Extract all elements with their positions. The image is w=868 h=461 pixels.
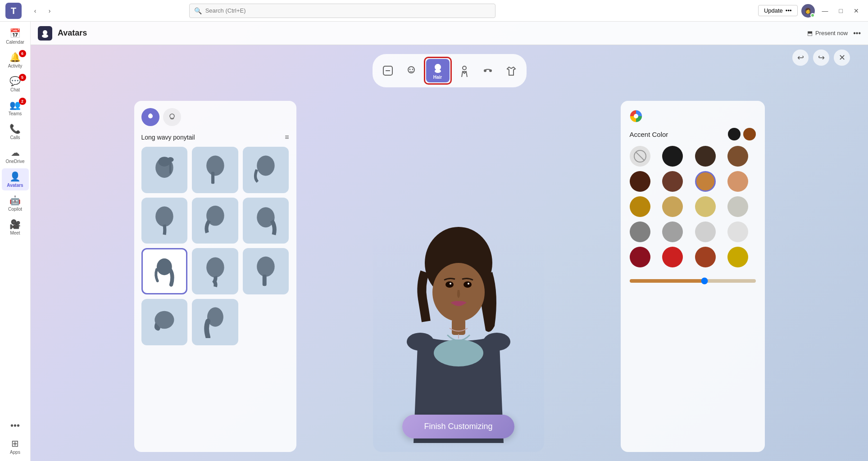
color-light-caramel[interactable] bbox=[727, 171, 748, 192]
svg-rect-29 bbox=[263, 275, 267, 286]
update-button[interactable]: Update ••• bbox=[758, 5, 798, 16]
svg-point-10 bbox=[435, 69, 441, 73]
tab-accessories[interactable] bbox=[477, 60, 499, 81]
svg-line-46 bbox=[636, 152, 644, 160]
color-dark-red[interactable] bbox=[630, 247, 650, 267]
tab-body[interactable] bbox=[454, 60, 475, 81]
svg-point-8 bbox=[412, 69, 413, 70]
color-copper[interactable] bbox=[695, 247, 716, 267]
sidebar-item-apps[interactable]: ⊞ Apps bbox=[2, 435, 29, 457]
accent-color-label: Accent Color bbox=[630, 131, 668, 138]
sidebar-item-teams[interactable]: 2 👥 Teams bbox=[2, 97, 29, 119]
tab-face[interactable] bbox=[377, 60, 399, 81]
sidebar-item-copilot[interactable]: 🤖 Copilot bbox=[2, 192, 29, 214]
svg-point-44 bbox=[634, 114, 638, 118]
close-customization-button[interactable]: ✕ bbox=[834, 50, 850, 66]
svg-point-34 bbox=[445, 281, 454, 288]
hair-item-1[interactable] bbox=[141, 147, 188, 193]
svg-point-2 bbox=[43, 30, 47, 35]
svg-point-23 bbox=[155, 207, 173, 227]
svg-rect-19 bbox=[169, 162, 171, 174]
color-slider[interactable] bbox=[630, 279, 756, 283]
facial-hair-tab-button[interactable] bbox=[163, 108, 181, 126]
hair-grid bbox=[141, 147, 289, 345]
color-dirty-blonde[interactable] bbox=[695, 196, 716, 217]
color-black[interactable] bbox=[662, 146, 683, 167]
sidebar-item-more[interactable]: ••• bbox=[2, 418, 29, 434]
sidebar-item-onedrive[interactable]: ☁ OneDrive bbox=[2, 145, 29, 167]
color-silver2[interactable] bbox=[727, 221, 748, 242]
color-light-grey[interactable] bbox=[727, 196, 748, 217]
hair-item-6[interactable] bbox=[243, 198, 289, 244]
color-silver[interactable] bbox=[695, 221, 716, 242]
sidebar-item-calendar[interactable]: 📅 Calendar bbox=[2, 25, 29, 47]
hair-item-2[interactable] bbox=[192, 147, 238, 193]
color-caramel[interactable] bbox=[695, 171, 716, 192]
hair-item-11[interactable] bbox=[192, 299, 238, 345]
color-light-golden[interactable] bbox=[662, 196, 683, 217]
accent-swatch-brown[interactable] bbox=[743, 128, 756, 140]
finish-button-label: Finish Customizing bbox=[424, 422, 492, 431]
sidebar-label-onedrive: OneDrive bbox=[5, 159, 24, 164]
user-avatar[interactable]: 👩 bbox=[801, 4, 815, 18]
svg-point-36 bbox=[450, 283, 451, 285]
svg-point-41 bbox=[407, 333, 434, 351]
minimize-button[interactable]: — bbox=[818, 5, 832, 16]
hair-tab-label: Hair bbox=[433, 75, 442, 80]
tab-clothing[interactable] bbox=[500, 60, 522, 81]
color-golden[interactable] bbox=[630, 196, 650, 217]
hair-item-4[interactable] bbox=[141, 198, 188, 244]
hair-tab-button[interactable] bbox=[141, 108, 159, 126]
svg-text:T: T bbox=[11, 6, 16, 16]
hair-item-9[interactable] bbox=[243, 248, 289, 294]
present-now-button[interactable]: ⬒ Present now bbox=[807, 30, 848, 36]
undo-button[interactable]: ↩ bbox=[792, 50, 809, 66]
color-brown2[interactable] bbox=[662, 171, 683, 192]
svg-point-3 bbox=[42, 34, 48, 38]
svg-point-12 bbox=[484, 69, 486, 72]
app-more-button[interactable]: ••• bbox=[853, 29, 861, 37]
color-medium-grey[interactable] bbox=[662, 221, 683, 242]
redo-button[interactable]: ↪ bbox=[813, 50, 829, 66]
hair-item-10[interactable] bbox=[141, 299, 188, 345]
color-gold-yellow[interactable] bbox=[727, 247, 748, 267]
color-none[interactable] bbox=[630, 146, 650, 167]
right-panel: Accent Color bbox=[621, 101, 765, 452]
apps-icon: ⊞ bbox=[11, 438, 19, 449]
svg-point-15 bbox=[170, 114, 174, 118]
hair-item-7[interactable] bbox=[141, 248, 188, 294]
hair-item-3[interactable] bbox=[243, 147, 289, 193]
maximize-button[interactable]: □ bbox=[836, 5, 846, 16]
color-bright-red[interactable] bbox=[662, 247, 683, 267]
sidebar-item-meet[interactable]: 🎥 Meet bbox=[2, 216, 29, 238]
panel-title-row: Long wavy ponytail ≡ bbox=[141, 133, 289, 141]
accent-swatch-black[interactable] bbox=[728, 128, 741, 140]
svg-point-20 bbox=[206, 156, 224, 176]
sidebar-item-activity[interactable]: 6 🔔 Activity bbox=[2, 49, 29, 71]
color-dark-brown[interactable] bbox=[695, 146, 716, 167]
search-bar[interactable]: 🔍 bbox=[189, 4, 495, 18]
forward-button[interactable]: › bbox=[43, 5, 56, 17]
sidebar-label-calendar: Calendar bbox=[6, 40, 24, 45]
color-dark-grey[interactable] bbox=[630, 221, 650, 242]
close-button[interactable]: ✕ bbox=[850, 5, 863, 16]
back-button[interactable]: ‹ bbox=[29, 5, 41, 17]
search-input[interactable] bbox=[205, 7, 491, 14]
update-label: Update bbox=[764, 7, 783, 14]
sidebar-item-avatars[interactable]: 👤 Avatars bbox=[2, 168, 29, 190]
left-panel: Long wavy ponytail ≡ bbox=[134, 101, 296, 452]
sidebar-item-calls[interactable]: 📞 Calls bbox=[2, 121, 29, 143]
hair-item-8[interactable] bbox=[192, 248, 238, 294]
hair-item-5[interactable] bbox=[192, 198, 238, 244]
filter-button[interactable]: ≡ bbox=[285, 133, 289, 141]
sidebar-item-chat[interactable]: 5 💬 Chat bbox=[2, 73, 29, 95]
color-dark-reddish[interactable] bbox=[630, 171, 650, 192]
present-label: Present now bbox=[815, 30, 848, 36]
titlebar-right: Update ••• 👩 — □ ✕ bbox=[758, 4, 863, 18]
tab-hair[interactable]: Hair bbox=[426, 59, 450, 82]
teams-logo: T bbox=[5, 3, 22, 19]
color-medium-brown[interactable] bbox=[727, 146, 748, 167]
finish-customizing-button[interactable]: Finish Customizing bbox=[402, 415, 514, 438]
titlebar: T ‹ › 🔍 Update ••• 👩 — □ ✕ bbox=[0, 0, 868, 22]
tab-head[interactable] bbox=[400, 60, 422, 81]
